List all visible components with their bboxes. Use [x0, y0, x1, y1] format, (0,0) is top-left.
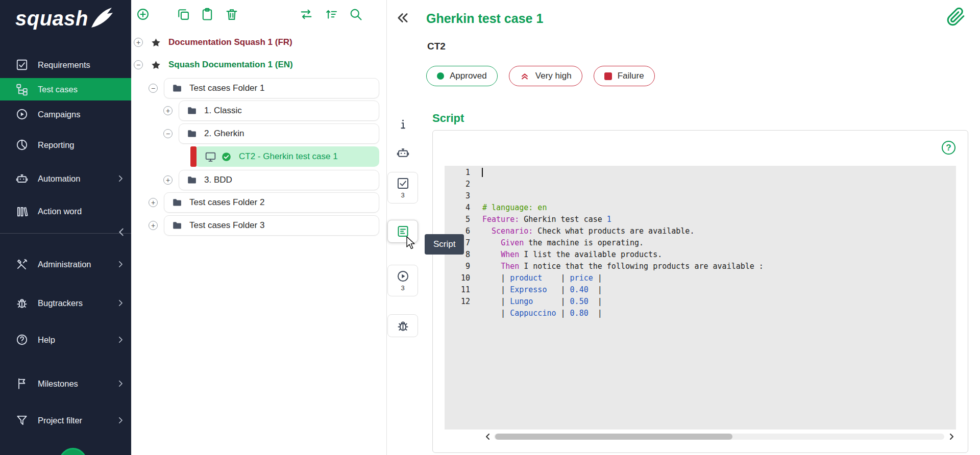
- user-avatar[interactable]: [59, 448, 87, 455]
- sidebar: squash Requirements Test cases Campaigns…: [0, 0, 131, 455]
- sidebar-collapse-button[interactable]: [116, 226, 127, 238]
- scroll-left-button[interactable]: [484, 433, 492, 441]
- tools-icon: [15, 258, 29, 271]
- copy-button[interactable]: [174, 5, 192, 23]
- sort-button[interactable]: [322, 5, 340, 23]
- star-icon: [151, 60, 161, 70]
- sidebar-item-action-word[interactable]: Action word: [0, 200, 131, 222]
- code-lines: # language: enFeature: Gherkin test case…: [474, 166, 956, 429]
- robot-icon: [15, 172, 29, 185]
- reporting-icon: [15, 138, 29, 151]
- tree-node-project-en[interactable]: Squash Documentation 1 (EN): [151, 55, 293, 75]
- sidebar-item-reporting[interactable]: Reporting: [0, 134, 131, 156]
- collapse-toggle[interactable]: −: [149, 84, 158, 93]
- sidebar-divider: [0, 233, 131, 234]
- sidebar-item-label: Bugtrackers: [38, 298, 83, 308]
- delete-button[interactable]: [223, 5, 241, 23]
- chevron-right-icon: [116, 335, 125, 344]
- page-title: Gherkin test case 1: [426, 11, 543, 26]
- importance-badge-label: Very high: [535, 71, 572, 81]
- folder-icon: [186, 174, 198, 186]
- tree-node-label: Test cases Folder 3: [189, 220, 264, 231]
- search-button[interactable]: [347, 5, 365, 23]
- folder-icon: [186, 105, 198, 116]
- tree-node-folder-bdd[interactable]: 3. BDD: [179, 170, 379, 190]
- tab-executions-button[interactable]: 3: [387, 265, 418, 296]
- expand-toggle[interactable]: +: [149, 198, 158, 207]
- execution-status-badge[interactable]: Failure: [594, 66, 655, 86]
- sidebar-item-test-cases[interactable]: Test cases: [0, 78, 131, 100]
- tab-script-button[interactable]: [387, 220, 418, 243]
- collapse-toggle[interactable]: −: [134, 60, 143, 69]
- test-case-icon: [204, 150, 217, 163]
- help-icon: [15, 333, 29, 346]
- tab-automation-button[interactable]: [391, 145, 414, 161]
- collapse-toggle[interactable]: −: [163, 129, 173, 138]
- double-chevron-up-icon: [520, 71, 530, 81]
- sidebar-item-milestones[interactable]: Milestones: [0, 372, 131, 395]
- tree-node-label: CT2 - Gherkin test case 1: [239, 151, 338, 162]
- tree-node-folder-3[interactable]: Test cases Folder 3: [164, 215, 379, 236]
- new-button[interactable]: [134, 5, 152, 23]
- tree-node-folder-1[interactable]: Test cases Folder 1: [164, 78, 379, 98]
- main-content: Gherkin test case 1 CT2 Approved Very hi…: [387, 0, 980, 455]
- sidebar-item-campaigns[interactable]: Campaigns: [0, 103, 131, 125]
- importance-badge[interactable]: Very high: [509, 66, 582, 86]
- sidebar-item-label: Requirements: [38, 60, 90, 70]
- tree-node-project-fr[interactable]: Documentation Squash 1 (FR): [151, 32, 292, 53]
- chevron-right-icon: [116, 174, 125, 183]
- expand-toggle[interactable]: +: [163, 106, 173, 115]
- sidebar-item-help[interactable]: Help: [0, 328, 131, 351]
- tooltip: Script: [425, 234, 464, 255]
- scrollbar-thumb[interactable]: [495, 434, 732, 440]
- line-numbers: 123456789101112: [445, 166, 474, 429]
- status-dot-icon: [437, 72, 444, 80]
- sidebar-item-label: Milestones: [38, 379, 78, 389]
- expand-toggle[interactable]: +: [134, 38, 143, 47]
- tree-node-label: 3. BDD: [204, 175, 232, 185]
- sidebar-item-bugtrackers[interactable]: Bugtrackers: [0, 292, 131, 314]
- gherkin-editor[interactable]: 123456789101112 # language: enFeature: G…: [445, 166, 956, 429]
- chevron-right-icon: [116, 260, 125, 269]
- attachments-button[interactable]: [946, 7, 966, 27]
- sidebar-item-administration[interactable]: Administration: [0, 253, 131, 275]
- script-section-title: Script: [432, 112, 464, 125]
- status-badge[interactable]: Approved: [426, 66, 498, 86]
- help-button[interactable]: ?: [942, 141, 955, 155]
- tree-node-testcase-selected[interactable]: CT2 - Gherkin test case 1: [194, 146, 379, 167]
- flag-icon: [15, 377, 29, 390]
- text-caret: [482, 168, 483, 177]
- transfer-button[interactable]: [297, 5, 315, 23]
- sidebar-item-label: Automation: [38, 174, 80, 184]
- tab-steps-button[interactable]: 3: [387, 172, 418, 204]
- folder-icon: [172, 197, 183, 208]
- chevron-right-icon: [116, 379, 125, 388]
- scroll-right-button[interactable]: [947, 433, 955, 441]
- sidebar-item-requirements[interactable]: Requirements: [0, 54, 131, 76]
- tab-issues-button[interactable]: [387, 314, 418, 337]
- horizontal-scrollbar[interactable]: [494, 434, 944, 440]
- star-icon: [151, 37, 161, 48]
- executions-count-badge: 3: [401, 284, 404, 292]
- status-check-icon: [221, 151, 232, 162]
- chevron-right-icon: [116, 416, 125, 425]
- tree-node-folder-gherkin[interactable]: 2. Gherkin: [179, 123, 379, 144]
- tree-node-folder-2[interactable]: Test cases Folder 2: [164, 192, 379, 213]
- sidebar-item-automation[interactable]: Automation: [0, 167, 131, 190]
- tree-node-folder-classic[interactable]: 1. Classic: [179, 100, 379, 121]
- folder-icon: [172, 220, 183, 231]
- expand-toggle[interactable]: +: [163, 175, 173, 185]
- info-icon: [396, 117, 410, 131]
- paste-button[interactable]: [198, 5, 216, 23]
- sidebar-item-project-filter[interactable]: Project filter: [0, 409, 131, 432]
- sidebar-item-label: Help: [38, 335, 55, 345]
- folder-icon: [172, 83, 183, 94]
- squash-logo[interactable]: squash: [15, 6, 113, 31]
- sidebar-item-label: Campaigns: [38, 110, 80, 119]
- bug-icon: [396, 319, 410, 333]
- steps-count-badge: 3: [401, 191, 404, 199]
- collapse-panel-button[interactable]: [395, 10, 410, 26]
- expand-toggle[interactable]: +: [149, 221, 158, 230]
- test-case-tree-panel: + Documentation Squash 1 (FR) − Squash D…: [131, 0, 387, 455]
- tab-information-button[interactable]: [391, 116, 414, 132]
